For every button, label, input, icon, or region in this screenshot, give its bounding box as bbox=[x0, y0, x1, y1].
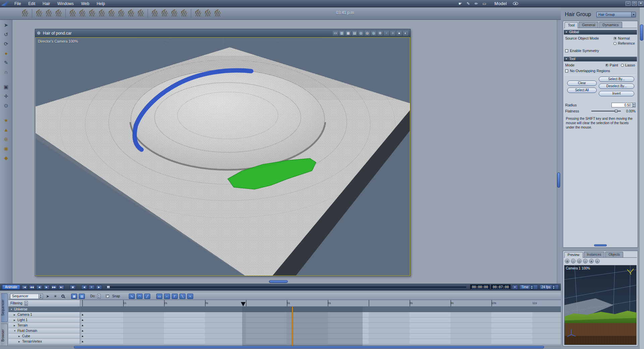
paint-radio[interactable] bbox=[605, 64, 608, 67]
preview-viewport[interactable]: Camera 1 100% bbox=[564, 265, 637, 345]
camera-view-1-icon[interactable]: ◎ bbox=[358, 31, 364, 36]
magnifier-icon[interactable] bbox=[61, 295, 64, 298]
tab-objects[interactable]: Objects bbox=[605, 252, 623, 257]
select-tool-icon[interactable]: ➤ bbox=[2, 21, 11, 29]
menu-help[interactable]: Help bbox=[93, 1, 109, 7]
track-view-icon[interactable]: ◉ bbox=[2, 144, 11, 153]
rotate-tool-icon[interactable]: ⟳ bbox=[2, 40, 11, 48]
flat-shading-icon[interactable]: ● bbox=[396, 31, 402, 36]
tween-smooth-button[interactable]: ≈ bbox=[187, 294, 193, 299]
panel-hscrollbar[interactable] bbox=[594, 244, 607, 246]
hair-density-icon[interactable] bbox=[151, 9, 159, 18]
paint-tool-icon[interactable]: ● bbox=[2, 49, 11, 57]
preview-wireframe-icon[interactable]: ○ bbox=[583, 259, 588, 263]
clear-time-button[interactable]: ✕ bbox=[512, 285, 518, 290]
bounding-box-icon[interactable]: ▫ bbox=[384, 31, 389, 36]
hair-smooth-icon[interactable] bbox=[107, 9, 116, 18]
smooth-shading-icon[interactable]: ◐ bbox=[403, 31, 408, 36]
pane-single-icon[interactable]: ▭ bbox=[333, 31, 338, 36]
radius-stepper[interactable]: ▲▼ bbox=[632, 103, 636, 107]
global-section-header[interactable]: Global bbox=[564, 30, 637, 35]
track-lane[interactable]: ▲ bbox=[80, 323, 561, 328]
preview-bbox-icon[interactable]: ▫ bbox=[571, 259, 576, 263]
animate-button[interactable]: Animate bbox=[2, 285, 20, 290]
time-slider-thumb[interactable] bbox=[107, 286, 110, 289]
keyframe-marker[interactable]: ▲ bbox=[81, 340, 84, 343]
hair-wave-icon[interactable] bbox=[78, 9, 87, 18]
viewport-canvas[interactable]: Director's Camera 100% bbox=[35, 37, 410, 276]
camera-view-2-icon[interactable]: ◎ bbox=[365, 31, 370, 36]
dolly-view-icon[interactable]: ⊕ bbox=[2, 135, 11, 143]
zoom-tool-icon[interactable]: ⊙ bbox=[2, 101, 11, 110]
bank-view-icon[interactable]: ▲ bbox=[2, 126, 11, 134]
play-button[interactable]: ▶ bbox=[44, 285, 50, 290]
tween-corner-button[interactable]: Γ bbox=[172, 294, 178, 299]
document-title-bar[interactable]: Hair of pond.car ▭ ▥ ▦ ▤ ◎ ◎ ◎ ⊕ ▫ ○ ● ◐ bbox=[35, 29, 410, 37]
tween-ease-button[interactable]: ◠ bbox=[137, 294, 143, 299]
fps-dropdown[interactable]: 24 fps ▲▼ bbox=[539, 285, 559, 290]
loop-button[interactable]: ▣ bbox=[70, 285, 76, 290]
eye-icon[interactable] bbox=[513, 2, 518, 5]
keyframe-marker[interactable]: ▲ bbox=[81, 318, 84, 322]
pane-split-h-icon[interactable]: ▥ bbox=[339, 31, 344, 36]
keyframe-marker[interactable]: ▲ bbox=[81, 335, 84, 338]
normal-radio[interactable] bbox=[613, 37, 616, 40]
preview-flat-icon[interactable]: ● bbox=[589, 259, 594, 263]
main-vscroll-track[interactable] bbox=[557, 20, 560, 284]
hair-frizz-icon[interactable] bbox=[117, 9, 125, 18]
cursor-icon[interactable]: ➤ bbox=[45, 294, 51, 299]
tab-instances[interactable]: Instances bbox=[584, 252, 605, 257]
track-row-terrain[interactable]: ▶Terrain ▲ bbox=[8, 323, 561, 328]
fast-forward-button[interactable]: ▶▶ bbox=[51, 285, 57, 290]
tween-step-button[interactable]: ⌐ bbox=[164, 294, 170, 299]
tween-hold-button[interactable]: ▭ bbox=[156, 294, 162, 299]
select-by-button[interactable]: Select By... bbox=[599, 77, 634, 82]
hair-clump-icon[interactable] bbox=[127, 9, 135, 18]
do-stepper[interactable]: ▲▼ bbox=[97, 294, 101, 299]
track-row-cube[interactable]: ▶Cube ▲ bbox=[8, 334, 561, 339]
track-lane[interactable]: ▲ bbox=[80, 312, 561, 317]
track-row-terrainvertex[interactable]: ▶TerrainVertex ▲ bbox=[8, 339, 561, 344]
right-panel-scrollbar[interactable] bbox=[640, 24, 643, 41]
snap-checkbox[interactable] bbox=[106, 295, 109, 298]
hair-stiffness-icon[interactable] bbox=[204, 9, 212, 18]
filtering-stepper[interactable]: ▲▼ bbox=[24, 301, 28, 306]
pane-split-v-icon[interactable]: ▤ bbox=[352, 31, 357, 36]
hair-curl-icon[interactable] bbox=[68, 9, 77, 18]
hair-guide-icon[interactable] bbox=[180, 9, 188, 18]
filtering-control[interactable]: Filtering ▲▼ bbox=[8, 300, 80, 307]
wireframe-shading-icon[interactable]: ○ bbox=[390, 31, 395, 36]
pane-grid-icon[interactable]: ▦ bbox=[345, 31, 351, 36]
hair-brush-icon[interactable] bbox=[21, 9, 29, 18]
camera-view-3-icon[interactable]: ◎ bbox=[371, 31, 376, 36]
tween-ramp-button[interactable]: ╱ bbox=[144, 294, 150, 299]
add-keyframe-button[interactable]: ✛ bbox=[89, 285, 95, 290]
rewind-button[interactable]: ◀◀ bbox=[29, 285, 35, 290]
tool-section-header[interactable]: Tool bbox=[564, 57, 637, 61]
preview-orbit-icon[interactable]: ⊕ bbox=[565, 259, 570, 263]
pen-icon[interactable]: ✎ bbox=[465, 1, 472, 6]
tab-general[interactable]: General bbox=[579, 22, 598, 28]
animation-end-marker[interactable] bbox=[292, 307, 293, 346]
grid-view-button[interactable]: ▦ bbox=[71, 294, 77, 299]
eraser-icon[interactable]: ▭ bbox=[481, 1, 488, 6]
maximize-button[interactable]: □ bbox=[632, 1, 637, 6]
deselect-by-button[interactable]: Deselect By... bbox=[599, 84, 634, 89]
track-row-light1[interactable]: ▶Light 1 ▲ bbox=[8, 317, 561, 323]
keyframe-marker[interactable]: ▲ bbox=[81, 324, 84, 327]
sphere-view-icon[interactable]: ◆ bbox=[2, 154, 11, 162]
time-slider[interactable] bbox=[106, 287, 466, 288]
next-keyframe-button[interactable]: ▶ bbox=[96, 285, 102, 290]
track-row-universe[interactable]: ▼Universe bbox=[8, 307, 561, 312]
menu-hair[interactable]: Hair bbox=[39, 1, 54, 7]
no-overlap-checkbox[interactable] bbox=[565, 69, 568, 72]
step-back-button[interactable]: ◀ bbox=[36, 285, 42, 290]
time-mode-dropdown[interactable]: Time ▲▼ bbox=[519, 285, 538, 290]
track-lane[interactable]: ▲ bbox=[80, 328, 561, 334]
pan-tool-icon[interactable]: ✛ bbox=[2, 92, 11, 100]
hair-length-icon[interactable] bbox=[98, 9, 106, 18]
preview-gizmo-icon[interactable]: ◇ bbox=[577, 259, 582, 263]
sequencer-mode-dropdown[interactable]: Sequencer ▲▼ bbox=[10, 294, 43, 299]
tab-preview[interactable]: Preview bbox=[564, 252, 583, 258]
sequencer-hscrollbar[interactable] bbox=[74, 346, 544, 348]
